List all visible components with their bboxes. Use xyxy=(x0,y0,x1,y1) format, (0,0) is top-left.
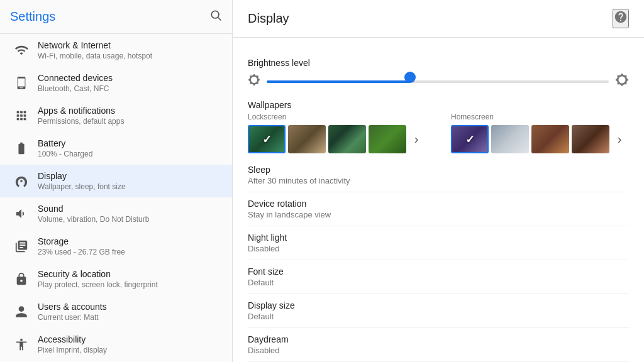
daydream-title: Daydream xyxy=(248,334,629,344)
security-title: Security & location xyxy=(38,269,158,279)
help-button[interactable] xyxy=(613,9,629,28)
apps-subtitle: Permissions, default apps xyxy=(38,117,124,126)
lockscreen-label: Lockscreen xyxy=(248,112,426,121)
network-title: Network & Internet xyxy=(38,40,152,50)
main-header: Display xyxy=(233,0,644,38)
lockscreen-wallpapers: ✓ › xyxy=(248,125,426,153)
homescreen-group: Homescreen ✓ › xyxy=(451,112,629,158)
homescreen-more-button[interactable]: › xyxy=(612,125,627,153)
security-subtitle: Play protect, screen lock, fingerprint xyxy=(38,280,158,289)
brightness-section: Brightness level xyxy=(248,58,629,90)
display-size-value: Default xyxy=(248,312,629,321)
sleep-value: After 30 minutes of inactivity xyxy=(248,176,629,185)
accessibility-title: Accessibility xyxy=(38,334,107,344)
accessibility-icon xyxy=(10,337,33,351)
night-light-value: Disabled xyxy=(248,244,629,253)
wallpaper-home-thumb-3[interactable] xyxy=(531,125,569,153)
display-icon xyxy=(10,174,33,188)
font-size-value: Default xyxy=(248,278,629,287)
search-button[interactable] xyxy=(209,9,222,25)
wallpaper-groups: Lockscreen ✓ › Homescree xyxy=(248,112,629,158)
sound-icon xyxy=(10,207,33,221)
wallpapers-title: Wallpapers xyxy=(248,100,629,110)
daydream-value: Disabled xyxy=(248,346,629,355)
sidebar-item-users[interactable]: Users & accounts Current user: Matt xyxy=(0,295,232,328)
sidebar-header: Settings xyxy=(0,0,232,34)
users-title: Users & accounts xyxy=(38,302,107,312)
sidebar-item-battery[interactable]: Battery 100% - Charged xyxy=(0,132,232,165)
homescreen-label: Homescreen xyxy=(451,112,629,121)
network-subtitle: Wi-Fi, mobile, data usage, hotspot xyxy=(38,52,152,60)
night-light-title: Night light xyxy=(248,233,629,243)
sidebar-item-apps[interactable]: Apps & notifications Permissions, defaul… xyxy=(0,99,232,132)
sidebar-item-storage[interactable]: Storage 23% used - 26.72 GB free xyxy=(0,230,232,263)
storage-subtitle: 23% used - 26.72 GB free xyxy=(38,248,125,256)
sleep-row[interactable]: Sleep After 30 minutes of inactivity xyxy=(248,158,629,192)
sidebar-item-accessibility[interactable]: Accessibility Pixel Imprint, display xyxy=(0,328,232,361)
main-content: Brightness level xyxy=(233,38,644,362)
daydream-row[interactable]: Daydream Disabled xyxy=(248,328,629,362)
brightness-label: Brightness level xyxy=(248,58,629,68)
wallpaper-home-thumb-4[interactable] xyxy=(572,125,609,153)
wallpaper-thumb-4[interactable] xyxy=(369,125,406,153)
sidebar-item-network[interactable]: Network & Internet Wi-Fi, mobile, data u… xyxy=(0,34,232,67)
night-light-row[interactable]: Night light Disabled xyxy=(248,226,629,260)
display-title: Display xyxy=(38,171,126,181)
accessibility-subtitle: Pixel Imprint, display xyxy=(38,346,107,354)
display-subtitle: Wallpaper, sleep, font size xyxy=(38,182,126,191)
display-size-row[interactable]: Display size Default xyxy=(248,294,629,328)
connected-subtitle: Bluetooth, Cast, NFC xyxy=(38,84,113,93)
sleep-title: Sleep xyxy=(248,165,629,175)
brightness-control xyxy=(248,73,629,90)
svg-point-0 xyxy=(211,11,219,18)
devices-icon xyxy=(10,76,33,90)
brightness-high-icon xyxy=(615,73,629,90)
battery-title: Battery xyxy=(38,138,92,148)
wifi-icon xyxy=(10,43,33,57)
homescreen-wallpapers: ✓ › xyxy=(451,125,629,153)
wallpaper-home-thumb-1[interactable]: ✓ xyxy=(451,125,489,153)
svg-line-1 xyxy=(218,18,221,21)
wallpapers-section: Wallpapers Lockscreen ✓ › xyxy=(248,100,629,158)
sidebar-item-security[interactable]: Security & location Play protect, screen… xyxy=(0,263,232,295)
display-size-title: Display size xyxy=(248,300,629,310)
connected-title: Connected devices xyxy=(38,73,113,83)
main-title: Display xyxy=(248,11,289,26)
brightness-thumb xyxy=(404,72,416,83)
sidebar-title: Settings xyxy=(10,9,55,24)
storage-title: Storage xyxy=(38,236,125,246)
users-icon xyxy=(10,305,33,319)
wallpaper-thumb-1[interactable]: ✓ xyxy=(248,125,286,153)
sound-subtitle: Volume, vibration, Do Not Disturb xyxy=(38,215,149,224)
wallpaper-home-thumb-2[interactable] xyxy=(491,125,529,153)
wallpaper-thumb-2[interactable] xyxy=(288,125,326,153)
lockscreen-group: Lockscreen ✓ › xyxy=(248,112,426,158)
brightness-slider-container xyxy=(267,75,609,88)
sidebar-item-connected[interactable]: Connected devices Bluetooth, Cast, NFC xyxy=(0,67,232,99)
sidebar-item-sound[interactable]: Sound Volume, vibration, Do Not Disturb xyxy=(0,197,232,230)
wallpaper-thumb-3[interactable] xyxy=(328,125,366,153)
storage-icon xyxy=(10,239,33,253)
main-panel: Display Brightness level xyxy=(233,0,644,362)
battery-icon xyxy=(10,141,33,155)
apps-title: Apps & notifications xyxy=(38,106,124,116)
apps-icon xyxy=(10,109,33,123)
battery-subtitle: 100% - Charged xyxy=(38,150,92,158)
font-size-title: Font size xyxy=(248,266,629,277)
device-rotation-title: Device rotation xyxy=(248,199,629,209)
security-icon xyxy=(10,272,33,286)
lockscreen-more-button[interactable]: › xyxy=(409,125,424,153)
users-subtitle: Current user: Matt xyxy=(38,313,107,322)
sidebar: Settings Network & Internet Wi-Fi, mobil… xyxy=(0,0,233,362)
brightness-low-icon xyxy=(248,74,260,89)
sidebar-item-display[interactable]: Display Wallpaper, sleep, font size xyxy=(0,165,232,197)
font-size-row[interactable]: Font size Default xyxy=(248,260,629,294)
sound-title: Sound xyxy=(38,204,149,214)
device-rotation-value: Stay in landscape view xyxy=(248,210,629,219)
device-rotation-row[interactable]: Device rotation Stay in landscape view xyxy=(248,192,629,226)
